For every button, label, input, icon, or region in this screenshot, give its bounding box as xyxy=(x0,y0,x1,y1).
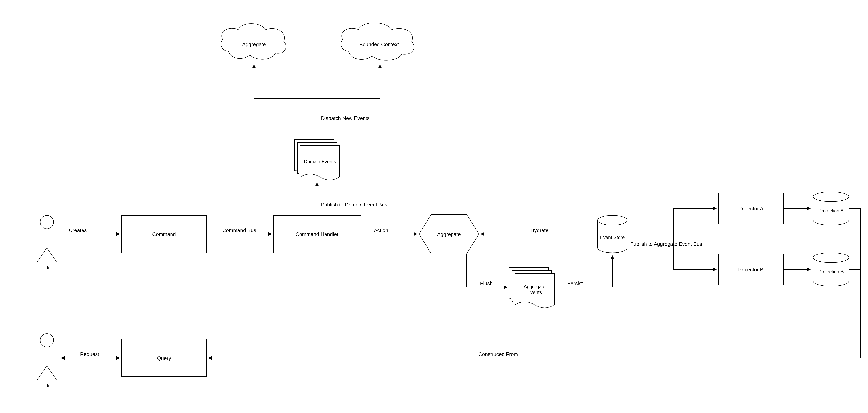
node-domain-events: Domain Events xyxy=(294,140,340,180)
edge-action-label: Action xyxy=(374,227,388,233)
svg-point-27 xyxy=(813,253,849,263)
edge-command-bus-label: Command Bus xyxy=(222,227,256,233)
edge-request: Request xyxy=(61,351,120,358)
node-projector-a-label: Projector A xyxy=(738,206,764,212)
svg-line-4 xyxy=(47,248,56,262)
svg-point-0 xyxy=(40,215,54,229)
edge-action: Action xyxy=(361,227,417,234)
node-event-store: Event Store xyxy=(598,215,627,253)
node-command: Command xyxy=(122,215,206,253)
diagram-canvas: Ui Creates Command Command Bus Command H… xyxy=(0,0,868,413)
edge-dispatch-new-label: Dispatch New Events xyxy=(321,115,370,121)
actor-ui-bottom-label: Ui xyxy=(44,383,50,389)
svg-point-28 xyxy=(40,334,54,347)
node-domain-events-label: Domain Events xyxy=(304,159,336,164)
edge-creates: Creates xyxy=(59,227,120,234)
node-query: Query xyxy=(122,339,206,377)
node-aggregate-events-label2: Events xyxy=(527,290,542,295)
node-bounded-context-cloud: Bounded Context xyxy=(341,23,414,60)
node-projection-a-label: Projection A xyxy=(818,208,844,213)
svg-line-31 xyxy=(37,366,47,380)
node-projection-b: Projection B xyxy=(813,253,849,286)
node-projection-b-label: Projection B xyxy=(818,269,844,274)
edge-flush: Flush xyxy=(467,254,507,287)
actor-ui-top: Ui xyxy=(35,215,58,271)
node-aggregate-label: Aggregate xyxy=(437,231,461,237)
node-bounded-context-label: Bounded Context xyxy=(360,41,399,47)
edge-hydrate-label: Hydrate xyxy=(530,227,549,233)
node-aggregate-cloud-label: Aggregate xyxy=(242,41,266,47)
edge-publish-domain: Publish to Domain Event Bus xyxy=(317,183,387,215)
edge-request-label: Request xyxy=(80,351,99,357)
edge-persist: Persist xyxy=(554,256,612,287)
actor-ui-bottom: Ui xyxy=(35,334,58,389)
node-aggregate: Aggregate xyxy=(419,214,479,254)
edge-dispatch-new: Dispatch New Events xyxy=(254,65,380,140)
node-projector-b: Projector B xyxy=(718,254,783,285)
svg-line-32 xyxy=(47,366,56,380)
edge-publish-aggregate-label: Publish to Aggregate Event Bus xyxy=(630,241,702,247)
edge-publish-aggregate: Publish to Aggregate Event Bus xyxy=(627,208,716,269)
svg-point-24 xyxy=(813,192,849,202)
node-projector-b-label: Projector B xyxy=(738,267,764,273)
node-projector-a: Projector A xyxy=(718,193,783,224)
node-aggregate-cloud: Aggregate xyxy=(221,24,286,59)
actor-ui-top-label: Ui xyxy=(44,265,50,271)
node-command-handler-label: Command Handler xyxy=(296,231,339,237)
svg-line-3 xyxy=(37,248,47,262)
edge-persist-label: Persist xyxy=(567,280,583,286)
node-aggregate-events-label1: Aggregate xyxy=(524,284,546,289)
node-aggregate-events: Aggregate Events xyxy=(509,268,554,308)
node-event-store-label: Event Store xyxy=(600,235,625,240)
edge-creates-label: Creates xyxy=(69,227,87,233)
edge-flush-label: Flush xyxy=(480,280,493,286)
node-command-label: Command xyxy=(152,231,176,237)
node-projection-a: Projection A xyxy=(813,192,849,225)
edge-command-bus: Command Bus xyxy=(206,227,271,234)
node-query-label: Query xyxy=(157,355,171,361)
edge-hydrate: Hydrate xyxy=(481,227,596,234)
edge-constructed-from-label: Construced From xyxy=(478,351,518,357)
edge-publish-domain-label: Publish to Domain Event Bus xyxy=(321,202,387,208)
node-command-handler: Command Handler xyxy=(273,215,361,253)
svg-point-17 xyxy=(598,215,627,225)
